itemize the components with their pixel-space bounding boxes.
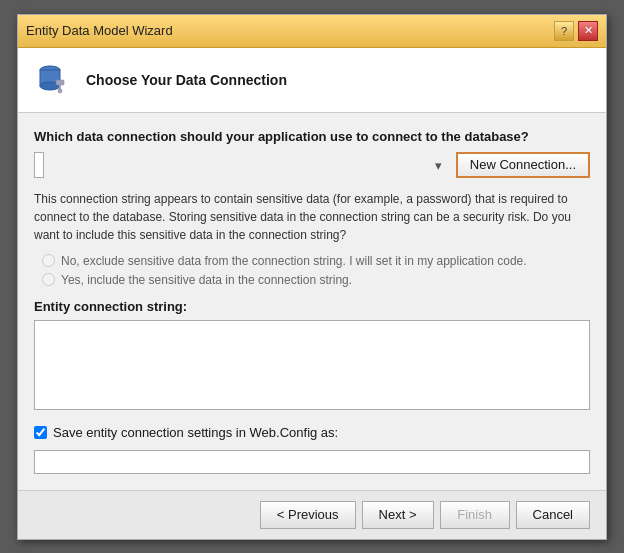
- svg-point-5: [58, 89, 62, 93]
- close-button[interactable]: ✕: [578, 21, 598, 41]
- dialog-window: Entity Data Model Wizard ? ✕ Choose Your: [17, 14, 607, 540]
- web-config-input[interactable]: [34, 450, 590, 474]
- previous-button[interactable]: < Previous: [260, 501, 356, 529]
- main-content: Which data connection should your applic…: [18, 113, 606, 490]
- title-bar-left: Entity Data Model Wizard: [26, 23, 173, 38]
- radio-item-yes: Yes, include the sensitive data in the c…: [42, 273, 590, 287]
- radio-yes[interactable]: [42, 273, 55, 286]
- connection-select-wrapper: [34, 152, 448, 178]
- cancel-button[interactable]: Cancel: [516, 501, 590, 529]
- title-bar-buttons: ? ✕: [554, 21, 598, 41]
- help-button[interactable]: ?: [554, 21, 574, 41]
- header-title: Choose Your Data Connection: [86, 72, 287, 88]
- save-checkbox[interactable]: [34, 426, 47, 439]
- connection-select[interactable]: [34, 152, 44, 178]
- finish-button[interactable]: Finish: [440, 501, 510, 529]
- save-section: Save entity connection settings in Web.C…: [34, 425, 590, 440]
- save-label: Save entity connection settings in Web.C…: [53, 425, 338, 440]
- next-button[interactable]: Next >: [362, 501, 434, 529]
- sensitive-note: This connection string appears to contai…: [34, 190, 590, 244]
- database-icon: [34, 60, 74, 100]
- radio-item-no: No, exclude sensitive data from the conn…: [42, 254, 590, 268]
- title-bar: Entity Data Model Wizard ? ✕: [18, 15, 606, 48]
- radio-group: No, exclude sensitive data from the conn…: [34, 254, 590, 287]
- dialog-title: Entity Data Model Wizard: [26, 23, 173, 38]
- entity-connection-textarea[interactable]: [34, 320, 590, 410]
- radio-no-label: No, exclude sensitive data from the conn…: [61, 254, 527, 268]
- header-section: Choose Your Data Connection: [18, 48, 606, 113]
- entity-connection-label: Entity connection string:: [34, 299, 590, 314]
- footer: < Previous Next > Finish Cancel: [18, 490, 606, 539]
- question-label: Which data connection should your applic…: [34, 129, 590, 144]
- svg-rect-3: [56, 80, 64, 85]
- new-connection-button[interactable]: New Connection...: [456, 152, 590, 178]
- radio-no[interactable]: [42, 254, 55, 267]
- connection-row: New Connection...: [34, 152, 590, 178]
- radio-yes-label: Yes, include the sensitive data in the c…: [61, 273, 352, 287]
